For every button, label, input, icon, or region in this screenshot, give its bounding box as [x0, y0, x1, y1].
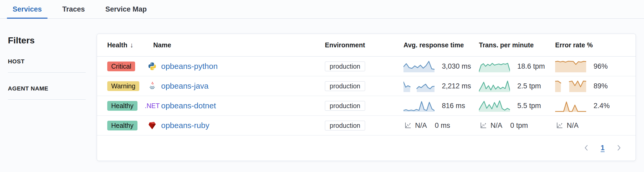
error_rate-value: 96%: [594, 62, 608, 70]
tab-services[interactable]: Services: [7, 0, 48, 18]
sort-descending-icon: ↓: [130, 41, 133, 49]
latency-sparkline-chart: [403, 60, 435, 73]
page-number-1[interactable]: 1: [600, 144, 606, 152]
error_rate-value: 89%: [594, 82, 608, 90]
latency-sparkline: [403, 99, 435, 112]
divider: [8, 72, 86, 73]
throughput-sparkline-chart: [479, 60, 510, 73]
throughput-sparkline: [479, 80, 510, 92]
throughput-na-label: N/A: [490, 122, 502, 130]
filter-section-host[interactable]: HOST: [8, 58, 97, 73]
throughput-value: 5.5 tpm: [517, 102, 541, 110]
throughput-value: 2.5 tpm: [517, 82, 541, 90]
service-link[interactable]: opbeans-dotnet: [161, 101, 216, 110]
chart-placeholder-icon: [403, 121, 412, 130]
table-body: Critical opbeans-python production 3,030…: [97, 57, 636, 135]
throughput-sparkline-chart: [479, 80, 510, 92]
ruby-icon: [148, 121, 157, 130]
table-row: Healthy opbeans-ruby production N/A 0 ms…: [97, 116, 636, 135]
chart-placeholder-icon: [555, 121, 564, 130]
filters-title: Filters: [8, 35, 97, 45]
health-badge: Warning: [107, 81, 139, 91]
column-header-error-rate[interactable]: Error rate %: [555, 41, 636, 49]
java-icon: [148, 82, 157, 90]
latency-sparkline: [403, 80, 435, 92]
environment-badge: production: [325, 101, 365, 111]
latency-value: 816 ms: [442, 102, 465, 110]
latency-sparkline: [403, 60, 435, 73]
service-link[interactable]: opbeans-java: [161, 82, 208, 90]
error_rate-sparkline: [555, 80, 586, 92]
divider: [8, 99, 86, 100]
throughput-sparkline: [479, 60, 510, 73]
environment-badge: production: [325, 81, 365, 91]
latency-value: 0 ms: [435, 122, 450, 130]
health-badge: Healthy: [107, 121, 137, 130]
error_rate-sparkline-chart: [555, 80, 586, 92]
error_rate-sparkline-chart: [555, 60, 586, 73]
error_rate-na-label: N/A: [567, 122, 579, 130]
latency-value: 3,030 ms: [442, 62, 471, 70]
error_rate-sparkline-chart: [555, 99, 586, 112]
health-badge: Healthy: [107, 101, 137, 111]
column-header-avg-response-time[interactable]: Avg. response time: [403, 41, 479, 49]
environment-badge: production: [325, 121, 365, 130]
chart-placeholder-icon: [479, 121, 487, 130]
latency-sparkline-chart: [403, 99, 435, 112]
latency-sparkline-chart: [403, 80, 435, 92]
health-badge: Critical: [107, 62, 135, 71]
filter-section-host-label: HOST: [8, 58, 97, 65]
chevron-right-icon[interactable]: [614, 143, 624, 153]
dotnet-icon: .NET: [148, 101, 157, 110]
error_rate-value: 2.4%: [594, 102, 610, 110]
table-row: Critical opbeans-python production 3,030…: [97, 57, 636, 76]
service-link[interactable]: opbeans-ruby: [161, 121, 209, 130]
column-header-trans-per-minute[interactable]: Trans. per minute: [479, 41, 555, 49]
column-header-name[interactable]: Name: [146, 41, 325, 49]
environment-badge: production: [325, 62, 365, 71]
error_rate-sparkline: [555, 99, 586, 112]
table-row: Healthy .NET opbeans-dotnet production 8…: [97, 96, 636, 116]
throughput-value: 0 tpm: [510, 122, 528, 130]
column-header-health[interactable]: Health↓: [107, 41, 146, 49]
filter-section-agent-name[interactable]: AGENT NAME: [8, 85, 97, 100]
column-header-environment[interactable]: Environment: [325, 41, 403, 49]
tab-service-map[interactable]: Service Map: [100, 0, 153, 18]
filters-sidebar: Filters HOST AGENT NAME: [0, 19, 97, 100]
throughput-sparkline-chart: [479, 99, 510, 112]
latency-value: 2,212 ms: [442, 82, 471, 90]
service-link[interactable]: opbeans-python: [161, 62, 218, 71]
filter-section-agent-name-label: AGENT NAME: [8, 85, 97, 92]
services-table-card: Health↓ Name Environment Avg. response t…: [97, 34, 636, 161]
python-icon: [148, 62, 157, 71]
latency-na-label: N/A: [415, 122, 427, 130]
throughput-value: 18.6 tpm: [517, 62, 545, 70]
pagination: 1: [97, 135, 636, 160]
top-tab-bar: Services Traces Service Map: [0, 0, 644, 19]
table-row: Warning opbeans-java production 2,212 ms…: [97, 76, 636, 96]
chevron-left-icon[interactable]: [581, 143, 592, 153]
error_rate-sparkline: [555, 60, 586, 73]
throughput-sparkline: [479, 99, 510, 112]
tab-traces[interactable]: Traces: [57, 0, 91, 18]
table-header-row: Health↓ Name Environment Avg. response t…: [97, 34, 636, 57]
